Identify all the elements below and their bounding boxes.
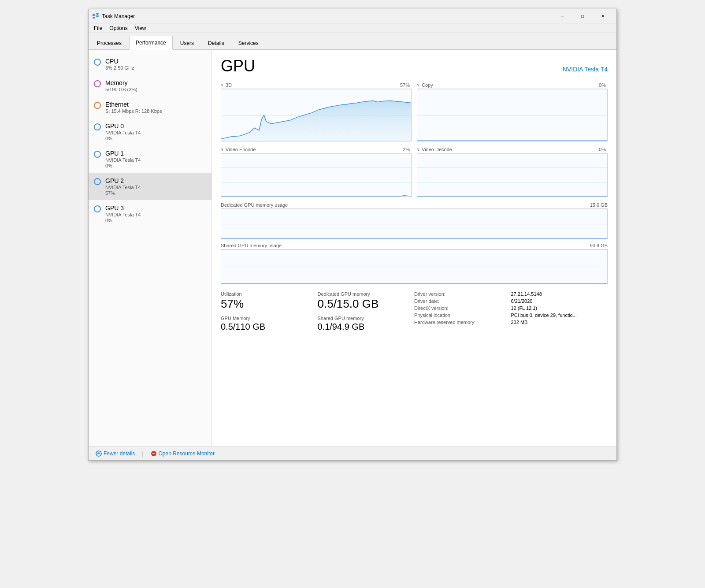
chart-3d-box [221, 89, 412, 141]
hw-mem-row: Hardware reserved memory: [414, 320, 511, 325]
gpu-name: NVIDIA Tesla T4 [563, 66, 608, 73]
gpu3-title: GPU 3 [105, 205, 204, 212]
chart-video-decode: ∨ Video Decode 0% [417, 147, 608, 197]
copy-percent: 0% [599, 82, 606, 88]
chart-copy-svg [417, 89, 607, 141]
gpu-header: GPU NVIDIA Tesla T4 [221, 57, 608, 75]
gpu-memory-label: GPU Memory [221, 316, 318, 321]
info-right: 27.21.14.5148 6/21/2020 12 (FL 12.1) PCI… [511, 291, 608, 331]
driver-version-val-row: 27.21.14.5148 [511, 291, 608, 297]
sidebar-item-gpu3[interactable]: GPU 3 NVIDIA Tesla T4 0% [89, 200, 212, 227]
svg-rect-0 [93, 14, 95, 16]
chart-vdecode-label: ∨ Video Decode 0% [417, 147, 608, 152]
hw-mem-val-row: 202 MB [511, 320, 608, 325]
gpu0-title: GPU 0 [105, 123, 204, 130]
sidebar-item-ethernet[interactable]: Ethernet S: 15.4 Mbps R: 128 Kbps [89, 97, 212, 118]
sidebar-item-gpu0[interactable]: GPU 0 NVIDIA Tesla T4 0% [89, 118, 212, 145]
shared-mem-max: 94.9 GB [590, 243, 608, 248]
physical-location-row: Physical location: [414, 313, 511, 318]
cpu-subtitle: 3% 2.50 GHz [105, 65, 204, 71]
open-resource-monitor-label: Open Resource Monitor [159, 450, 215, 457]
3d-percent: 57% [400, 82, 410, 88]
driver-version-row: Driver version: [414, 291, 511, 297]
cpu-content: CPU 3% 2.50 GHz [105, 58, 204, 71]
vencode-percent: 2% [403, 147, 410, 152]
main-content: GPU NVIDIA Tesla T4 ∨ 3D 57% [212, 50, 616, 447]
gpu2-title: GPU 2 [105, 177, 204, 184]
sidebar-item-memory[interactable]: Memory 5/190 GB (3%) [89, 75, 212, 97]
driver-date-val: 6/21/2020 [511, 298, 533, 304]
shared-mem-label: Shared GPU memory usage [221, 243, 282, 248]
menu-view[interactable]: View [131, 24, 150, 32]
driver-version-val: 27.21.14.5148 [511, 291, 542, 297]
svg-rect-3 [93, 17, 95, 19]
shared-mem-section: Shared GPU memory usage 94.9 GB [221, 243, 608, 284]
charts-video: ∨ Video Encode 2% [221, 147, 608, 197]
gpu1-title: GPU 1 [105, 150, 204, 157]
gpu1-subtitle: NVIDIA Tesla T4 [105, 157, 204, 163]
dedicated-mem-label: Dedicated GPU memory usage [221, 202, 288, 208]
sidebar-item-cpu[interactable]: CPU 3% 2.50 GHz [89, 53, 212, 75]
chevron-3d-icon: ∨ [221, 83, 224, 87]
chart-copy: ∨ Copy 0% [417, 82, 608, 141]
minimize-button[interactable]: ─ [552, 9, 572, 23]
maximize-button[interactable]: □ [572, 9, 593, 23]
window-controls: ─ □ ✕ [552, 9, 613, 23]
tab-users[interactable]: Users [174, 36, 200, 50]
chevron-vdecode-icon: ∨ [417, 147, 420, 152]
sidebar-item-gpu2[interactable]: GPU 2 NVIDIA Tesla T4 57% [89, 173, 212, 200]
ethernet-content: Ethernet S: 15.4 Mbps R: 128 Kbps [105, 101, 204, 114]
gpu2-icon [94, 178, 101, 185]
tab-services[interactable]: Services [232, 36, 265, 50]
shared-mem-chart [221, 249, 608, 284]
ethernet-subtitle: S: 15.4 Mbps R: 128 Kbps [105, 108, 204, 114]
chart-vencode-box [221, 153, 412, 197]
memory-title: Memory [105, 79, 204, 86]
shared-mem-stat-value: 0.1/94.9 GB [318, 322, 415, 331]
dedicated-mem-stat-value: 0.5/15.0 GB [318, 298, 415, 310]
hw-mem-val: 202 MB [511, 320, 528, 325]
gpu1-content: GPU 1 NVIDIA Tesla T4 0% [105, 150, 204, 168]
vdecode-label-text: Video Decode [422, 147, 452, 152]
close-button[interactable]: ✕ [593, 9, 613, 23]
title-bar: Task Manager ─ □ ✕ [89, 9, 616, 23]
sidebar-item-gpu1[interactable]: GPU 1 NVIDIA Tesla T4 0% [89, 145, 212, 173]
vencode-label-text: Video Encode [226, 147, 256, 152]
chart-vdecode-svg [417, 153, 607, 197]
tabs-bar: Processes Performance Users Details Serv… [89, 33, 616, 50]
gpu-memory-value: 0.5/110 GB [221, 322, 318, 331]
sidebar: CPU 3% 2.50 GHz Memory 5/190 GB (3%) Eth… [89, 50, 212, 447]
fewer-details-link[interactable]: Fewer details [96, 450, 135, 457]
charts-top: ∨ 3D 57% [221, 82, 608, 141]
menu-file[interactable]: File [90, 24, 106, 32]
gpu3-subtitle: NVIDIA Tesla T4 [105, 212, 204, 217]
directx-val: 12 (FL 12.1) [511, 305, 538, 311]
menu-options[interactable]: Options [106, 24, 131, 32]
directx-row: DirectX version: [414, 305, 511, 311]
physical-location-key: Physical location: [414, 313, 476, 318]
shared-mem-svg [221, 249, 607, 284]
gpu2-subtitle: NVIDIA Tesla T4 [105, 185, 204, 190]
tab-processes[interactable]: Processes [90, 36, 128, 50]
info-left: Driver version: Driver date: DirectX ver… [414, 291, 511, 331]
tab-details[interactable]: Details [201, 36, 231, 50]
chevron-copy-icon: ∨ [417, 83, 420, 87]
dedicated-mem-label-row: Dedicated GPU memory usage 15.0 GB [221, 202, 608, 208]
gpu0-content: GPU 0 NVIDIA Tesla T4 0% [105, 123, 204, 141]
directx-key: DirectX version: [414, 305, 476, 311]
dedicated-mem-chart [221, 208, 608, 239]
chart-vencode-svg [221, 153, 411, 197]
ethernet-title: Ethernet [105, 101, 204, 108]
chart-3d-svg [221, 89, 411, 141]
utilization-label: Utilization [221, 291, 318, 297]
fewer-details-label: Fewer details [104, 450, 135, 457]
open-resource-monitor-link[interactable]: Open Resource Monitor [151, 450, 215, 457]
gpu1-percent: 0% [105, 163, 204, 168]
chevron-vencode-icon: ∨ [221, 147, 224, 152]
utilization-group: Utilization 57% GPU Memory 0.5/110 GB [221, 291, 318, 331]
gpu0-icon [94, 123, 101, 130]
cpu-title: CPU [105, 58, 204, 65]
cpu-icon [94, 59, 101, 66]
tab-performance[interactable]: Performance [129, 36, 173, 50]
copy-label-text: Copy [422, 82, 433, 88]
